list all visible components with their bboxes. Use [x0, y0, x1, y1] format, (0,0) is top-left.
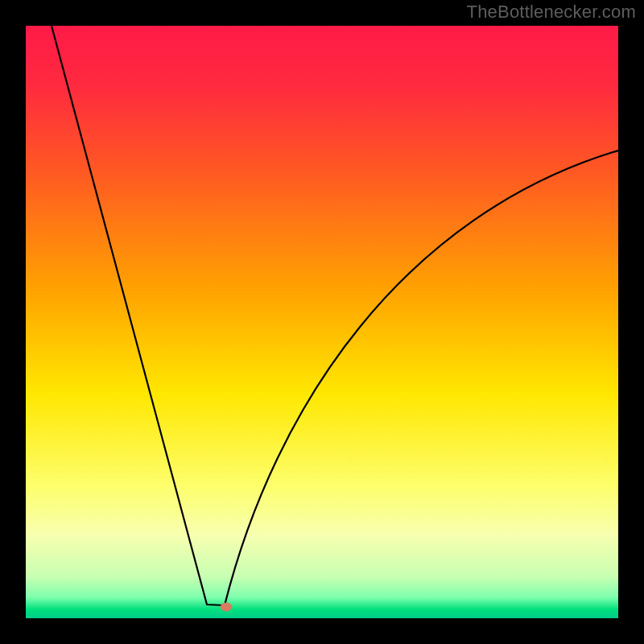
chart-frame: TheBottlenecker.com: [0, 0, 644, 644]
optimum-marker: [221, 603, 232, 611]
watermark-text: TheBottlenecker.com: [467, 2, 636, 23]
gradient-background: [26, 26, 618, 618]
bottleneck-chart: [26, 26, 618, 618]
